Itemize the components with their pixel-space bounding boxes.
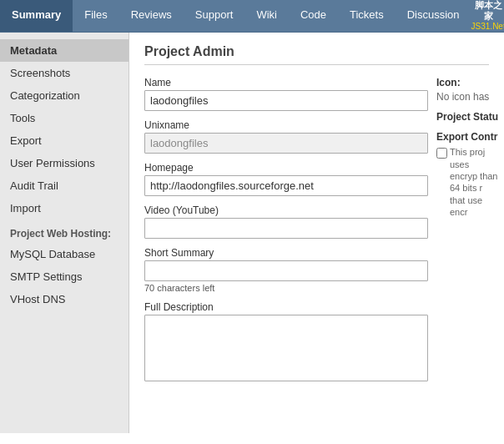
nav-support[interactable]: Support bbox=[184, 0, 245, 32]
info-panel: Icon: No icon has Project Statu Export C… bbox=[428, 77, 499, 390]
nav-files[interactable]: Files bbox=[73, 0, 118, 32]
hosting-section-label: Project Web Hosting: bbox=[0, 219, 129, 243]
page-title: Project Admin bbox=[144, 44, 489, 65]
name-field-group: Name bbox=[144, 77, 428, 111]
nav-wiki[interactable]: Wiki bbox=[244, 0, 289, 32]
char-count: 70 characters left bbox=[144, 283, 428, 293]
export-checkbox-row: This proj uses encryp than 64 bits r tha… bbox=[436, 146, 499, 218]
unixname-label: Unixname bbox=[144, 119, 428, 131]
sidebar-item-export[interactable]: Export bbox=[0, 129, 129, 152]
short-summary-field-group: Short Summary 70 characters left bbox=[144, 247, 428, 293]
icon-value: No icon has bbox=[436, 91, 499, 103]
video-field-group: Video (YouTube) bbox=[144, 204, 428, 239]
full-desc-label: Full Description bbox=[144, 301, 428, 313]
sidebar-item-mysql[interactable]: MySQL Database bbox=[0, 243, 129, 265]
full-desc-textarea[interactable] bbox=[144, 315, 428, 381]
sidebar-item-metadata[interactable]: Metadata bbox=[0, 39, 129, 62]
export-description: This proj uses encryp than 64 bits r tha… bbox=[450, 146, 499, 218]
sidebar-item-tools[interactable]: Tools bbox=[0, 107, 129, 129]
full-desc-field-group: Full Description bbox=[144, 301, 428, 381]
sidebar: Metadata Screenshots Categorization Tool… bbox=[0, 33, 129, 433]
export-control-label: Export Contr bbox=[436, 131, 499, 143]
nav-summary[interactable]: Summary bbox=[0, 0, 73, 32]
logo-sub: JS31.Net bbox=[471, 22, 504, 32]
top-navigation: Summary Files Reviews Support Wiki Code … bbox=[0, 0, 504, 33]
short-summary-label: Short Summary bbox=[144, 247, 428, 259]
sidebar-item-categorization[interactable]: Categorization bbox=[0, 84, 129, 107]
short-summary-input[interactable] bbox=[144, 260, 428, 281]
unixname-input bbox=[144, 133, 428, 154]
icon-label: Icon: bbox=[436, 77, 499, 88]
name-label: Name bbox=[144, 77, 428, 88]
unixname-field-group: Unixname bbox=[144, 119, 428, 154]
project-status-label: Project Statu bbox=[436, 111, 499, 123]
project-status-section: Project Statu bbox=[436, 111, 499, 123]
content-area: Project Admin Name Unixname Homepage Vid… bbox=[129, 33, 504, 433]
main-layout: Metadata Screenshots Categorization Tool… bbox=[0, 33, 504, 433]
logo-text: 脚本之家 bbox=[471, 0, 504, 22]
form-area: Name Unixname Homepage Video (YouTube) S bbox=[144, 77, 428, 390]
nav-tickets[interactable]: Tickets bbox=[338, 0, 396, 32]
sidebar-item-import[interactable]: Import bbox=[0, 197, 129, 219]
video-input[interactable] bbox=[144, 218, 428, 239]
sidebar-item-vhost[interactable]: VHost DNS bbox=[0, 288, 129, 310]
homepage-label: Homepage bbox=[144, 162, 428, 174]
export-checkbox[interactable] bbox=[436, 148, 447, 159]
nav-code[interactable]: Code bbox=[289, 0, 338, 32]
nav-reviews[interactable]: Reviews bbox=[119, 0, 184, 32]
sidebar-item-screenshots[interactable]: Screenshots bbox=[0, 62, 129, 84]
sidebar-item-smtp[interactable]: SMTP Settings bbox=[0, 265, 129, 288]
nav-discussion[interactable]: Discussion bbox=[396, 0, 471, 32]
content-inner: Name Unixname Homepage Video (YouTube) S bbox=[144, 77, 489, 390]
sidebar-item-audit-trail[interactable]: Audit Trail bbox=[0, 174, 129, 197]
name-input[interactable] bbox=[144, 90, 428, 111]
export-control-section: Export Contr This proj uses encryp than … bbox=[436, 131, 499, 218]
homepage-input[interactable] bbox=[144, 175, 428, 196]
video-label: Video (YouTube) bbox=[144, 204, 428, 216]
homepage-field-group: Homepage bbox=[144, 162, 428, 196]
nav-logo-area: 脚本之家 JS31.Net bbox=[471, 0, 504, 32]
sidebar-item-user-permissions[interactable]: User Permissions bbox=[0, 152, 129, 174]
